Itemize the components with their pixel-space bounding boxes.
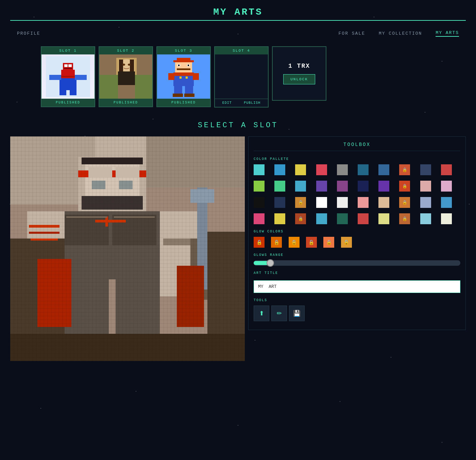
svg-rect-40 [173,94,183,97]
color-swatch-r1-1[interactable] [274,164,285,175]
slot-1-image [41,54,95,99]
color-swatch-r3-5[interactable] [358,197,369,208]
glow-swatch-2[interactable]: 🔒 [289,237,300,248]
slot-2-image [99,54,152,99]
color-swatch-r4-0[interactable] [254,213,265,224]
glow-swatch-0[interactable]: 🔒 [254,237,265,248]
slot-4-publish-button[interactable]: PUBLISH [244,101,260,105]
color-swatch-r1-2[interactable] [295,164,306,175]
color-swatch-r4-4[interactable] [337,213,348,224]
svg-rect-35 [173,76,194,86]
svg-rect-41 [184,94,194,97]
color-swatch-r2-9[interactable] [441,181,452,192]
color-swatch-r4-3[interactable] [316,213,327,224]
tools-label: TOOLS [254,298,460,302]
svg-rect-12 [75,75,87,80]
svg-rect-11 [49,75,61,80]
svg-rect-6 [64,68,72,69]
svg-rect-82 [114,216,155,218]
color-swatch-r3-3[interactable] [316,197,327,208]
slot-4-image [215,54,268,99]
color-swatch-r1-6[interactable] [378,164,389,175]
color-swatch-r4-9[interactable] [441,213,452,224]
pixel-canvas-wrapper[interactable] [10,136,245,361]
color-swatch-r3-7[interactable] [399,197,410,208]
color-swatch-r3-6[interactable] [378,197,389,208]
color-swatch-r1-0[interactable] [254,164,265,175]
glow-swatch-1[interactable]: 🔒 [271,237,282,248]
color-palette-row-3 [254,197,460,208]
paint-tool-button[interactable]: ✏ [271,306,287,321]
unlock-button[interactable]: UNLOCK [283,74,315,84]
art-title-section: ART TITLE [254,271,460,293]
art-title-input[interactable] [254,280,460,293]
color-swatch-r2-2[interactable] [295,181,306,192]
svg-rect-81 [66,216,107,218]
svg-rect-19 [130,60,134,71]
slots-section: SLOT 1 [0,43,476,111]
glow-swatch-4[interactable]: 🔒 [323,237,334,248]
color-swatch-r2-4[interactable] [337,181,348,192]
nav-my-arts[interactable]: MY ARTS [436,30,459,37]
color-swatch-r2-0[interactable] [254,181,265,192]
color-swatch-r4-6[interactable] [378,213,389,224]
color-swatch-r2-8[interactable] [420,181,431,192]
color-swatch-r1-4[interactable] [337,164,348,175]
slot-1-header: SLOT 1 [41,47,95,54]
slot-1-status: PUBLISHED [41,99,95,106]
color-swatch-r4-8[interactable] [420,213,431,224]
color-palette-label: COLOR PALLETE [254,157,460,161]
pixel-canvas[interactable] [10,136,245,361]
color-swatch-r3-9[interactable] [441,197,452,208]
nav-left: PROFILE [17,31,40,36]
glow-colors-label: GLOW COLORS [254,230,460,233]
slot-card-1: SLOT 1 [41,46,95,107]
color-swatch-r3-0[interactable] [254,197,265,208]
glows-range-thumb[interactable] [267,259,274,267]
color-swatch-r4-1[interactable] [274,213,285,224]
glow-colors-grid: 🔒 🔒 🔒 🔒 🔒 🔒 [254,237,357,248]
color-swatch-r1-9[interactable] [441,164,452,175]
upload-tool-button[interactable]: ⬆ [254,306,269,321]
svg-rect-80 [116,167,139,177]
color-swatch-r1-8[interactable] [420,164,431,175]
color-swatch-r1-3[interactable] [316,164,327,175]
color-swatch-r2-7[interactable] [399,181,410,192]
color-palette-row-2 [254,181,460,192]
unlock-card: 1 TRX UNLOCK [272,46,326,101]
color-swatch-r3-2[interactable] [295,197,306,208]
save-icon: 💾 [293,310,301,317]
color-swatch-r3-8[interactable] [420,197,431,208]
color-swatch-r4-7[interactable] [399,213,410,224]
svg-rect-18 [119,60,123,71]
slot-3-status: PUBLISHED [157,99,210,106]
nav-profile[interactable]: PROFILE [17,31,40,36]
slot-card-4: SLOT 4 EDIT PUBLISH [214,46,269,108]
slot-2-status: PUBLISHED [99,99,152,106]
nav-for-sale[interactable]: FOR SALE [339,31,365,36]
save-tool-button[interactable]: 💾 [289,306,305,321]
slot-4-edit-button[interactable]: EDIT [222,101,232,105]
glow-swatch-3[interactable]: 🔒 [306,237,317,248]
color-swatch-r1-7[interactable] [399,164,410,175]
glows-range-track [254,260,460,266]
glow-swatch-5[interactable]: 🔒 [341,237,352,248]
color-swatch-r3-1[interactable] [274,197,285,208]
slot-card-3: SLOT 3 [156,46,211,107]
color-palette-row-1 [254,164,460,175]
color-swatch-r4-5[interactable] [358,213,369,224]
color-swatch-r2-6[interactable] [378,181,389,192]
svg-rect-39 [185,86,193,95]
glows-range-label: GLOWS RANGE [254,253,460,257]
svg-rect-23 [99,75,118,99]
svg-rect-83 [82,158,143,164]
color-swatch-r4-2[interactable] [295,213,306,224]
color-swatch-r2-1[interactable] [274,181,285,192]
color-swatch-r2-3[interactable] [316,181,327,192]
nav-my-collection[interactable]: MY COLLECTION [379,31,422,36]
svg-rect-33 [177,68,190,70]
color-swatch-r1-5[interactable] [358,164,369,175]
color-swatch-r2-5[interactable] [358,181,369,192]
color-swatch-r3-4[interactable] [337,197,348,208]
svg-point-21 [128,64,131,66]
